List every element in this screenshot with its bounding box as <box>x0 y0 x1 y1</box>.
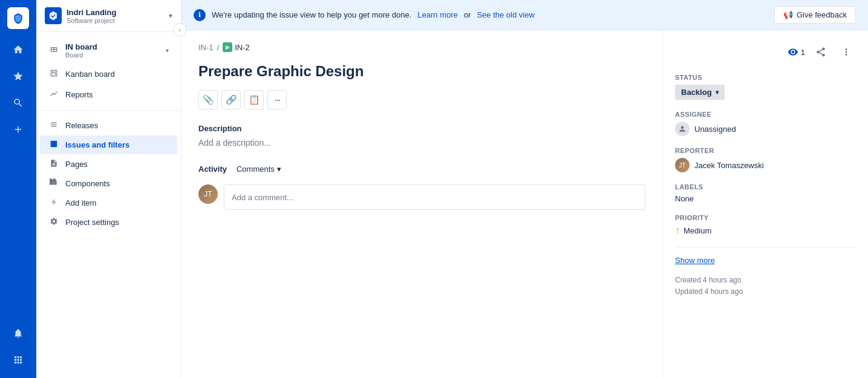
description-label: Description <box>198 124 645 133</box>
project-icon <box>45 7 62 24</box>
assignee-row[interactable]: Unassigned <box>675 122 856 136</box>
give-feedback-label: Give feedback <box>797 10 847 19</box>
share-button[interactable] <box>811 42 830 62</box>
updated-text: Updated 4 hours ago <box>675 286 856 298</box>
status-value: Backlog <box>681 88 712 97</box>
more-options-button[interactable] <box>837 42 856 62</box>
labels-field-label: LABELS <box>675 183 856 191</box>
avatar-image: JT <box>198 184 218 204</box>
reporter-name: Jacek Tomaszewski <box>694 161 764 170</box>
sidebar-item-add[interactable]: Add item <box>40 194 177 212</box>
reporter-field-label: REPORTER <box>675 147 856 154</box>
more-button[interactable]: ··· <box>267 90 287 109</box>
reporter-field: REPORTER JT Jacek Tomaszewski <box>675 147 856 172</box>
sidebar-item-issues[interactable]: Issues and filters <box>40 135 177 154</box>
see-old-view-link[interactable]: See the old view <box>477 10 534 19</box>
created-text: Created 4 hours ago <box>675 275 856 286</box>
watch-button[interactable]: 1 <box>788 47 805 57</box>
priority-row[interactable]: ↑ Medium <box>675 225 856 236</box>
status-dropdown[interactable]: Backlog ▾ <box>675 85 725 100</box>
activity-filter-dropdown[interactable]: Comments ▾ <box>232 162 286 176</box>
priority-field-label: PRIORITY <box>675 214 856 221</box>
sidebar-item-reports[interactable]: Reports <box>40 85 177 105</box>
watch-count: 1 <box>801 48 805 57</box>
priority-field: PRIORITY ↑ Medium <box>675 214 856 236</box>
settings-icon <box>48 217 59 227</box>
sidebar-item-issues-label: Issues and filters <box>65 140 129 149</box>
sidebar-item-pages[interactable]: Pages <box>40 155 177 174</box>
sidebar-item-kanban-label: Kanban board <box>65 70 115 79</box>
notes-button[interactable]: 📋 <box>244 90 264 109</box>
issue-toolbar: 📎 🔗 📋 ··· <box>198 90 645 109</box>
info-icon: ℹ <box>194 9 206 21</box>
svg-rect-0 <box>51 141 57 148</box>
status-field-label: STATUS <box>675 74 856 81</box>
description-placeholder[interactable]: Add a description... <box>198 138 645 148</box>
activity-filter-label: Comments <box>237 165 275 174</box>
board-icon <box>48 45 59 56</box>
star-icon[interactable] <box>7 65 29 87</box>
megaphone-icon: 📢 <box>783 10 793 19</box>
sidebar-item-settings[interactable]: Project settings <box>40 213 177 232</box>
divider <box>675 247 856 247</box>
issue-header-actions: 1 <box>675 42 856 62</box>
learn-more-link[interactable]: Learn more <box>417 10 457 19</box>
notification-icon[interactable] <box>7 322 29 344</box>
give-feedback-button[interactable]: 📢 Give feedback <box>774 6 856 24</box>
status-field: STATUS Backlog ▾ <box>675 74 856 100</box>
assignee-field: ASSIGNEE Unassigned <box>675 111 856 136</box>
show-more-link[interactable]: Show more <box>675 256 856 265</box>
breadcrumb-current: ▶ IN-2 <box>223 42 250 52</box>
banner-text: We're updating the issue view to help yo… <box>212 10 411 19</box>
icon-rail <box>0 0 36 378</box>
releases-icon <box>48 120 59 131</box>
activity-chevron-icon: ▾ <box>277 165 281 174</box>
status-chevron-icon: ▾ <box>716 89 719 96</box>
reports-icon <box>48 90 59 100</box>
sidebar-collapse-button[interactable]: ‹ <box>173 23 186 36</box>
kanban-icon <box>48 69 59 79</box>
sidebar-item-components-label: Components <box>65 179 110 188</box>
project-header[interactable]: Indri Landing Software project ▾ <box>36 0 181 32</box>
sidebar-item-components[interactable]: Components <box>40 174 177 193</box>
breadcrumb-parent[interactable]: IN-1 <box>198 43 214 52</box>
sidebar-item-releases-label: Releases <box>65 121 98 130</box>
sidebar-item-releases[interactable]: Releases <box>40 116 177 135</box>
labels-field: LABELS None <box>675 183 856 203</box>
priority-value: Medium <box>684 226 711 235</box>
search-icon[interactable] <box>7 92 29 114</box>
issue-title[interactable]: Prepare Graphic Design <box>198 62 645 80</box>
comment-row: JT Add a comment... <box>198 184 645 210</box>
activity-label: Activity <box>198 165 227 174</box>
activity-section: Activity Comments ▾ JT Add a comment... <box>198 162 645 210</box>
app-logo[interactable] <box>7 7 29 29</box>
sidebar-item-reports-label: Reports <box>65 90 93 99</box>
comment-input[interactable]: Add a comment... <box>224 184 645 210</box>
issue-sidebar: 1 STATUS Backlog ▾ ASSIGNEE <box>662 30 868 378</box>
attach-button[interactable]: 📎 <box>198 90 218 109</box>
activity-header: Activity Comments ▾ <box>198 162 645 176</box>
labels-value[interactable]: None <box>675 194 856 203</box>
left-sidebar: Indri Landing Software project ▾ IN boar… <box>36 0 181 378</box>
sidebar-item-kanban[interactable]: Kanban board <box>40 64 177 84</box>
project-info: Indri Landing Software project <box>67 8 164 24</box>
reporter-avatar: JT <box>675 158 690 172</box>
sidebar-item-pages-label: Pages <box>65 160 88 169</box>
breadcrumb: IN-1 / ▶ IN-2 <box>198 42 645 52</box>
issues-icon <box>48 140 59 150</box>
pages-icon <box>48 159 59 169</box>
sidebar-item-board-label: IN board Board <box>65 42 97 59</box>
main-content: ℹ We're updating the issue view to help … <box>181 0 868 378</box>
reporter-row: JT Jacek Tomaszewski <box>675 158 856 172</box>
comment-placeholder: Add a comment... <box>232 193 293 202</box>
update-banner: ℹ We're updating the issue view to help … <box>181 0 868 30</box>
project-name: Indri Landing <box>67 8 164 17</box>
home-icon[interactable] <box>7 39 29 60</box>
apps-icon[interactable] <box>7 349 29 371</box>
create-icon[interactable] <box>7 119 29 140</box>
add-item-icon <box>48 198 59 208</box>
issue-main: IN-1 / ▶ IN-2 Prepare Graphic Design 📎 🔗… <box>181 30 662 378</box>
project-chevron-icon[interactable]: ▾ <box>169 11 172 20</box>
link-button[interactable]: 🔗 <box>221 90 241 109</box>
sidebar-item-board[interactable]: IN board Board ▾ <box>40 37 177 64</box>
